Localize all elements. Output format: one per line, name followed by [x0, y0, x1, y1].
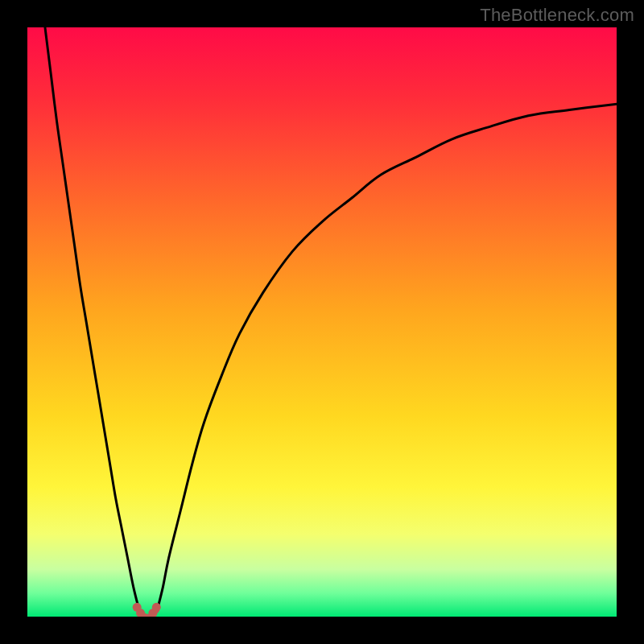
- chart-frame: TheBottleneck.com: [0, 0, 644, 644]
- bottleneck-plot: [27, 27, 617, 617]
- notch-marker: [152, 603, 161, 612]
- watermark-text: TheBottleneck.com: [480, 5, 634, 26]
